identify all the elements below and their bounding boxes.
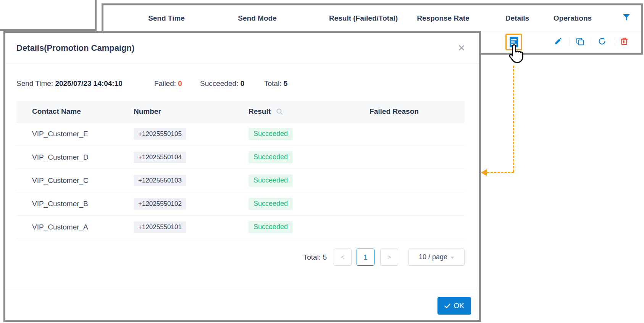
total-summary: Total: 5 (264, 78, 287, 89)
page-size-value: 10 / page (419, 253, 447, 261)
pagination-total: Total: 5 (303, 253, 327, 262)
column-header-response-rate: Response Rate (417, 5, 469, 31)
result-badge: Succeeded (249, 151, 293, 163)
ok-label: OK (454, 302, 464, 310)
annotation-arrowhead (481, 169, 487, 176)
failed-summary: Failed: 0 (154, 78, 182, 89)
hand-cursor-icon (508, 43, 524, 65)
result-badge: Succeeded (249, 198, 293, 210)
column-header-details: Details (505, 5, 529, 31)
result-badge: Succeeded (249, 174, 293, 187)
modal-header: Details(Promotion Campaign) ✕ (5, 33, 479, 63)
modal-title: Details(Promotion Campaign) (16, 33, 134, 63)
icon-divider (592, 37, 592, 45)
number-chip: +12025550101 (134, 221, 186, 233)
filter-funnel-icon[interactable] (622, 13, 631, 22)
total-value: 5 (284, 79, 288, 87)
search-icon[interactable] (276, 108, 283, 115)
header-failed-reason: Failed Reason (347, 107, 465, 116)
copy-icon[interactable] (575, 37, 584, 46)
succeeded-label: Succeeded: (200, 79, 238, 87)
header-contact-name: Contact Name (16, 107, 118, 116)
table-row: VIP_Customer_E +12025550105 Succeeded (16, 122, 465, 145)
contact-name: VIP_Customer_C (16, 176, 118, 185)
column-header-result: Result (Failed/Total) (329, 5, 398, 31)
column-header-send-mode: Send Mode (238, 5, 276, 31)
refresh-icon[interactable] (597, 37, 607, 46)
header-result: Result (232, 107, 347, 116)
contacts-table: Contact Name Number Result Failed Reason… (16, 101, 465, 239)
contact-name: VIP_Customer_D (16, 153, 118, 162)
chevron-left-icon: < (341, 254, 345, 261)
number-chip: +12025550102 (134, 198, 186, 210)
succeeded-value: 0 (240, 79, 245, 87)
footer-divider (5, 290, 479, 290)
send-time-label: Send Time: (16, 79, 53, 87)
header-number: Number (118, 107, 232, 116)
chevron-right-icon: > (387, 254, 391, 261)
details-modal: Details(Promotion Campaign) ✕ Send Time:… (3, 31, 481, 322)
header-result-label: Result (249, 107, 271, 116)
icon-divider (570, 37, 570, 45)
page-number-button[interactable]: 1 (357, 249, 374, 266)
table-row: VIP_Customer_B +12025550102 Succeeded (16, 192, 465, 215)
icon-divider (614, 37, 614, 45)
contacts-table-header: Contact Name Number Result Failed Reason (16, 101, 465, 122)
prev-page-button[interactable]: < (334, 249, 352, 266)
send-time-value: 2025/07/23 14:04:10 (55, 79, 122, 87)
close-icon[interactable]: ✕ (458, 33, 465, 63)
table-row: VIP_Customer_C +12025550103 Succeeded (16, 169, 465, 192)
summary-row: Send Time: 2025/07/23 14:04:10 Failed: 0… (5, 78, 479, 89)
failed-label: Failed: (154, 79, 176, 87)
result-badge: Succeeded (249, 128, 293, 140)
result-badge: Succeeded (249, 221, 293, 233)
number-chip: +12025550103 (134, 175, 186, 187)
background-window-corner (0, 0, 97, 31)
edit-pencil-icon[interactable] (554, 37, 563, 46)
annotation-dashed-line-vertical (513, 66, 514, 172)
check-icon (444, 304, 450, 308)
failed-value: 0 (178, 79, 182, 87)
table-row: VIP_Customer_A +12025550101 Succeeded (16, 215, 465, 239)
contact-name: VIP_Customer_A (16, 223, 118, 231)
column-header-send-time: Send Time (148, 5, 185, 31)
next-page-button[interactable]: > (380, 249, 398, 266)
contact-name: VIP_Customer_B (16, 200, 118, 208)
screenshot-canvas: Send Time Send Mode Result (Failed/Total… (0, 0, 644, 323)
ok-button[interactable]: OK (437, 297, 471, 315)
number-chip: +12025550104 (134, 152, 186, 163)
total-label: Total: (264, 79, 281, 87)
send-time-summary: Send Time: 2025/07/23 14:04:10 (16, 78, 123, 89)
delete-trash-icon[interactable] (620, 37, 629, 46)
page-size-select[interactable]: 10 / page (408, 249, 465, 266)
pagination: Total: 5 < 1 > 10 / page (16, 248, 465, 266)
table-row: VIP_Customer_D +12025550104 Succeeded (16, 145, 465, 169)
chevron-down-icon (450, 257, 454, 259)
contact-name: VIP_Customer_E (16, 130, 118, 138)
column-header-operations: Operations (554, 5, 592, 31)
succeeded-summary: Succeeded: 0 (200, 78, 244, 89)
number-chip: +12025550105 (134, 128, 186, 140)
annotation-dashed-line-horizontal (487, 172, 514, 173)
